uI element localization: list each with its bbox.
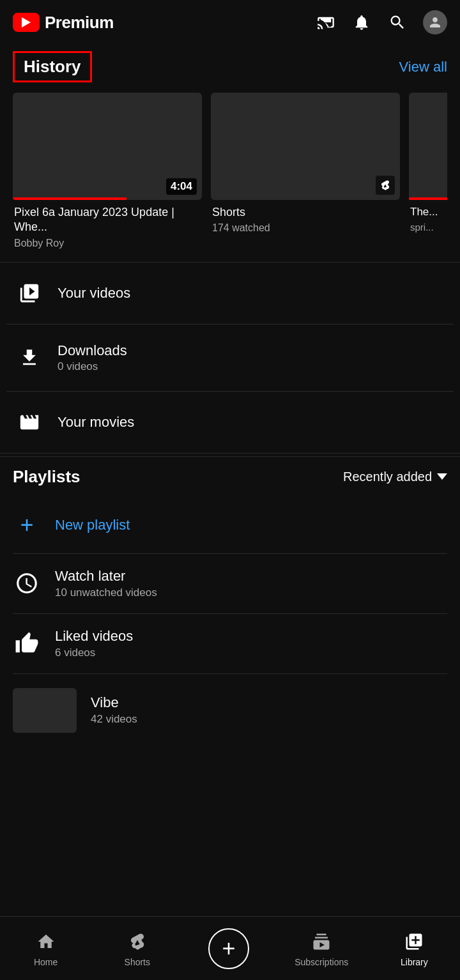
yt-play-icon [13, 13, 40, 32]
nav-subscriptions-label: Subscriptions [295, 957, 348, 967]
watch-later-item[interactable]: Watch later 10 unwatched videos [13, 556, 447, 611]
view-all-link[interactable]: View all [399, 59, 447, 75]
add-icon[interactable]: + [208, 928, 249, 969]
thumbup-icon [13, 629, 41, 657]
liked-videos-text: Liked videos 6 videos [55, 628, 133, 659]
your-movies-label: Your movies [57, 414, 134, 431]
your-videos-item[interactable]: Your videos [6, 265, 454, 321]
subscriptions-icon [310, 930, 333, 953]
shorts-badge-icon [376, 176, 395, 195]
liked-videos-title: Liked videos [55, 628, 133, 645]
history-video-card-3[interactable]: The... spri... [409, 93, 447, 249]
header-left: Premium [13, 13, 114, 33]
nav-shorts[interactable]: Shorts [112, 930, 163, 967]
watch-later-sub: 10 unwatched videos [55, 586, 157, 599]
video-title-3: The... [410, 205, 447, 219]
playlists-section: Playlists Recently added + New playlist … [0, 456, 460, 744]
your-videos-label: Your videos [57, 285, 130, 302]
playlists-header: Playlists Recently added [13, 467, 447, 487]
history-section: History View all 4:04 Pixel 6a January 2… [0, 45, 460, 259]
downloads-item[interactable]: Downloads 0 videos [6, 327, 454, 388]
sort-label: Recently added [343, 470, 432, 484]
watch-later-title: Watch later [55, 568, 157, 585]
search-icon[interactable] [387, 12, 408, 33]
plus-icon: + [13, 511, 41, 539]
history-video-card-1[interactable]: 4:04 Pixel 6a January 2023 Update | Whe.… [13, 93, 202, 249]
video-title-2: Shorts [212, 205, 399, 220]
your-movies-item[interactable]: Your movies [6, 394, 454, 450]
home-icon [34, 930, 57, 953]
menu-section: Your videos Downloads 0 videos Your movi… [0, 265, 460, 450]
new-playlist-label: New playlist [55, 517, 130, 533]
vibe-thumbnail [13, 688, 77, 733]
library-icon [402, 930, 425, 953]
downloads-label: Downloads [57, 342, 127, 359]
video-channel-3: spri... [410, 222, 447, 233]
chevron-down-icon [437, 473, 447, 480]
sort-dropdown[interactable]: Recently added [343, 470, 447, 484]
liked-videos-sub: 6 videos [55, 647, 133, 659]
watch-later-text: Watch later 10 unwatched videos [55, 568, 157, 599]
thumb-image-3 [409, 93, 447, 200]
history-thumb-row: 4:04 Pixel 6a January 2023 Update | Whe.… [13, 93, 447, 259]
avatar[interactable] [423, 10, 447, 34]
divider-pl-3 [13, 673, 447, 674]
nav-library-label: Library [401, 957, 428, 967]
nav-shorts-label: Shorts [125, 957, 150, 967]
nav-add[interactable]: + [203, 928, 254, 969]
vibe-playlist-item[interactable]: Vibe 42 videos [13, 677, 447, 744]
divider-pl-1 [13, 553, 447, 554]
youtube-logo[interactable]: Premium [13, 13, 114, 33]
vibe-title: Vibe [91, 694, 137, 711]
divider-menu-1 [6, 324, 454, 325]
movie-icon [17, 410, 42, 435]
downloads-sub: 0 videos [57, 360, 127, 373]
nav-library[interactable]: Library [388, 930, 440, 967]
play-icon [17, 280, 42, 306]
divider-2 [0, 453, 460, 454]
vibe-text: Vibe 42 videos [91, 694, 137, 726]
header-icons [316, 10, 447, 34]
history-title: History [24, 57, 81, 76]
divider-1 [0, 262, 460, 263]
downloads-text: Downloads 0 videos [57, 342, 127, 373]
cast-icon[interactable] [316, 12, 336, 33]
header: Premium [0, 0, 460, 45]
duration-badge-1: 4:04 [166, 178, 197, 195]
history-header: History View all [13, 51, 447, 82]
clock-icon [13, 569, 41, 597]
download-icon [17, 345, 42, 371]
video-title-1: Pixel 6a January 2023 Update | Whe... [14, 205, 201, 235]
thumb-info-1: Pixel 6a January 2023 Update | Whe... Bo… [13, 200, 202, 249]
thumb-image-2 [211, 93, 400, 200]
thumb-info-3: The... spri... [409, 200, 447, 233]
nav-home-label: Home [34, 957, 57, 967]
thumb-image-1: 4:04 [13, 93, 202, 200]
bottom-nav: Home Shorts + Subscriptions Libra [0, 916, 460, 980]
nav-subscriptions[interactable]: Subscriptions [295, 930, 348, 967]
vibe-sub: 42 videos [91, 713, 137, 726]
video-channel-2: 174 watched [212, 222, 399, 234]
nav-home[interactable]: Home [20, 930, 72, 967]
new-playlist-button[interactable]: + New playlist [13, 500, 447, 551]
thumb-info-2: Shorts 174 watched [211, 200, 400, 234]
liked-videos-item[interactable]: Liked videos 6 videos [13, 616, 447, 671]
bell-icon[interactable] [351, 12, 372, 33]
video-channel-1: Bobby Roy [14, 238, 201, 249]
progress-bar-1 [13, 197, 126, 200]
shorts-icon [126, 930, 149, 953]
divider-pl-2 [13, 613, 447, 614]
history-video-card-2[interactable]: Shorts 174 watched [211, 93, 400, 249]
history-title-box[interactable]: History [13, 51, 92, 82]
brand-text: Premium [45, 13, 114, 33]
playlists-title: Playlists [13, 467, 80, 487]
divider-menu-2 [6, 391, 454, 392]
